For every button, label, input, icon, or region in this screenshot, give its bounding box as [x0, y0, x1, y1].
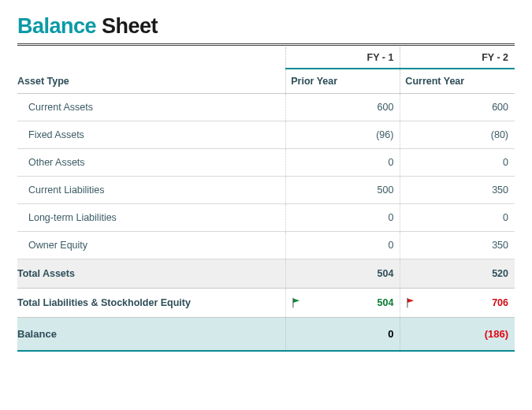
row-fy1: 0: [286, 149, 400, 177]
balance-row: Balance 0 (186): [17, 318, 515, 352]
title-part2: Sheet: [102, 14, 158, 38]
row-fy2: 350: [400, 177, 515, 204]
title-underline: [17, 43, 515, 46]
row-label: Other Assets: [17, 149, 286, 177]
column-header-row: Asset Type Prior Year Current Year: [17, 69, 515, 94]
row-fy1: 500: [286, 177, 400, 204]
balance-label: Balance: [17, 318, 286, 352]
tlse-fy2-value: 706: [492, 297, 508, 308]
total-assets-row: Total Assets 504 520: [17, 259, 515, 289]
empty-cell: [17, 47, 286, 69]
row-fy1: 600: [286, 94, 400, 121]
svg-marker-2: [407, 299, 414, 304]
fy1-header: FY - 1: [286, 47, 400, 69]
flag-icon: [407, 298, 415, 308]
svg-rect-1: [293, 298, 294, 308]
table-row: Current Liabilities 500 350: [17, 177, 515, 204]
row-fy2: 0: [400, 204, 515, 232]
tlse-label: Total Liabilities & Stockholder Equity: [17, 289, 286, 318]
svg-marker-0: [293, 299, 299, 304]
row-fy2: 0: [400, 149, 515, 177]
row-label: Current Liabilities: [17, 177, 286, 204]
table-row: Current Assets 600 600: [17, 94, 515, 121]
tlse-fy2: 706: [400, 289, 515, 318]
row-fy2: 600: [400, 94, 515, 121]
tlse-fy1-value: 504: [378, 297, 394, 308]
balance-sheet-table: FY - 1 FY - 2 Asset Type Prior Year Curr…: [17, 47, 515, 352]
row-fy1: (96): [286, 121, 400, 149]
row-fy2: 350: [400, 232, 515, 259]
tlse-fy1: 504: [286, 289, 400, 318]
total-liabilities-equity-row: Total Liabilities & Stockholder Equity 5…: [17, 289, 515, 318]
total-assets-fy2: 520: [400, 259, 515, 289]
table-row: Owner Equity 0 350: [17, 232, 515, 259]
total-assets-fy1: 504: [286, 259, 400, 289]
total-assets-label: Total Assets: [17, 259, 286, 289]
prior-year-header: Prior Year: [286, 69, 400, 94]
table-row: Long-term Liabilities 0 0: [17, 204, 515, 232]
fiscal-year-row: FY - 1 FY - 2: [17, 47, 515, 69]
row-label: Owner Equity: [17, 232, 286, 259]
flag-icon: [292, 298, 301, 308]
table-row: Fixed Assets (96) (80): [17, 121, 515, 149]
row-fy1: 0: [286, 204, 400, 232]
asset-type-header: Asset Type: [17, 69, 286, 94]
balance-fy2: (186): [400, 318, 515, 352]
svg-rect-3: [407, 298, 408, 308]
balance-fy1: 0: [286, 318, 400, 352]
table-row: Other Assets 0 0: [17, 149, 515, 177]
current-year-header: Current Year: [400, 69, 515, 94]
page-title: Balance Sheet: [17, 14, 515, 39]
title-part1: Balance: [17, 14, 96, 38]
row-fy2: (80): [400, 121, 515, 149]
row-label: Long-term Liabilities: [17, 204, 286, 232]
row-fy1: 0: [286, 232, 400, 259]
fy2-header: FY - 2: [400, 47, 515, 69]
row-label: Current Assets: [17, 94, 286, 121]
row-label: Fixed Assets: [17, 121, 286, 149]
